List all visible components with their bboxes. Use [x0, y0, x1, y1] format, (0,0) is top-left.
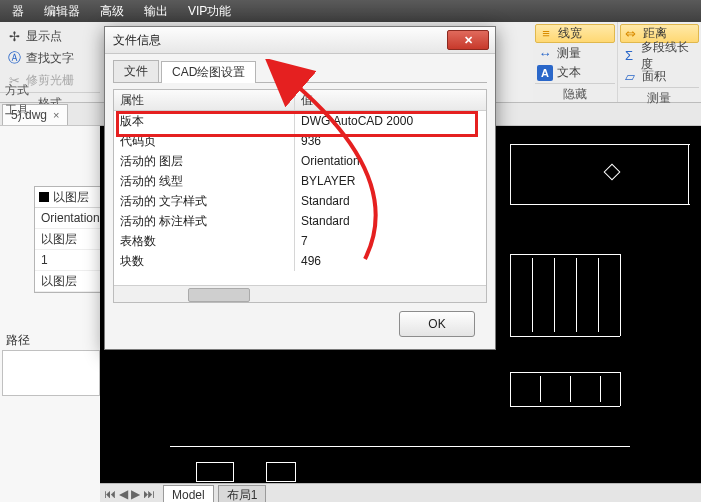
cell-val: 496: [295, 251, 486, 271]
path-label: 路径: [6, 332, 30, 349]
show-points-button[interactable]: ✢ 显示点: [2, 26, 98, 46]
scrollbar-thumb[interactable]: [188, 288, 250, 302]
label: 查找文字: [26, 50, 74, 67]
grid-header: 属性 值: [114, 90, 486, 111]
grid-row[interactable]: 块数496: [114, 251, 486, 271]
prev-icon[interactable]: ◀: [119, 487, 128, 501]
label: 面积: [642, 68, 666, 85]
menu-item[interactable]: 器: [2, 3, 34, 20]
horizontal-scrollbar[interactable]: [114, 285, 486, 302]
cell-val: BYLAYER: [295, 171, 486, 191]
cell-val: Orientation: [295, 151, 486, 171]
close-icon: ✕: [464, 34, 473, 47]
layer-dropdown[interactable]: 以图层 Orientation 以图层 1 以图层: [34, 186, 108, 293]
grid-row[interactable]: 活动的 标注样式Standard: [114, 211, 486, 231]
crosshair-icon: ✢: [6, 28, 22, 44]
color-swatch: [39, 192, 49, 202]
file-info-dialog: 文件信息 ✕ 文件 CAD绘图设置 属性 值 版本DWG AutoCAD 200…: [104, 26, 496, 350]
properties-grid: 属性 值 版本DWG AutoCAD 2000 代码页936 活动的 图层Ori…: [113, 89, 487, 303]
ruler-icon: ↔: [537, 46, 553, 62]
grid-row[interactable]: 活动的 图层Orientation: [114, 151, 486, 171]
cell-val: 7: [295, 231, 486, 251]
linewidth-icon: ≡: [538, 26, 554, 42]
layer-option[interactable]: Orientation: [35, 208, 107, 229]
cell-prop: 代码页: [114, 131, 295, 151]
measure-button[interactable]: ↔ 测量: [535, 45, 615, 62]
area-button[interactable]: ▱ 面积: [620, 68, 700, 85]
ribbon-group-caption: 测量: [620, 87, 700, 109]
col-value: 值: [295, 90, 486, 110]
menu-item[interactable]: VIP功能: [178, 3, 241, 20]
layer-option[interactable]: 以图层: [35, 271, 107, 292]
label: 文本: [557, 64, 581, 81]
distance-icon: ⇔: [623, 26, 639, 42]
menu-item[interactable]: 高级: [90, 3, 134, 20]
close-icon[interactable]: ×: [53, 109, 59, 121]
polyline-length-button[interactable]: Σ 多段线长度: [620, 45, 700, 66]
col-property: 属性: [114, 90, 295, 110]
cell-val: 936: [295, 131, 486, 151]
layer-option[interactable]: 1: [35, 250, 107, 271]
last-icon[interactable]: ⏭: [143, 487, 155, 501]
ribbon-group-hide: ≡ 线宽 ↔ 测量 A 文本 隐藏: [533, 22, 617, 102]
label: 以图层: [53, 189, 89, 206]
next-icon[interactable]: ▶: [131, 487, 140, 501]
tab-nav-arrows[interactable]: ⏮ ◀ ▶ ⏭: [100, 484, 159, 502]
cell-val: Standard: [295, 191, 486, 211]
path-box[interactable]: [2, 350, 100, 396]
ribbon-group-caption: 方式: [0, 82, 34, 102]
dialog-title: 文件信息: [113, 32, 161, 49]
tab-cad-settings[interactable]: CAD绘图设置: [161, 61, 256, 83]
ribbon-group-caption: 工具: [0, 102, 34, 122]
dialog-tabstrip: 文件 CAD绘图设置: [113, 60, 487, 83]
find-icon: Ⓐ: [6, 50, 22, 66]
label: 线宽: [558, 25, 582, 42]
grid-row[interactable]: 代码页936: [114, 131, 486, 151]
cell-prop: 活动的 图层: [114, 151, 295, 171]
cell-val: Standard: [295, 211, 486, 231]
menu-item[interactable]: 输出: [134, 3, 178, 20]
cell-prop: 活动的 线型: [114, 171, 295, 191]
label: 显示点: [26, 28, 62, 45]
side-panel: 以图层 Orientation 以图层 1 以图层 路径: [0, 126, 101, 502]
ribbon-group-measure: ⇔ 距离 Σ 多段线长度 ▱ 面积 测量: [617, 22, 702, 102]
dialog-close-button[interactable]: ✕: [447, 30, 489, 50]
ribbon-group-caption: 隐藏: [535, 83, 615, 105]
grid-row[interactable]: 活动的 文字样式Standard: [114, 191, 486, 211]
find-text-button[interactable]: Ⓐ 查找文字: [2, 48, 98, 68]
tab-model[interactable]: Model: [163, 485, 214, 502]
cell-prop: 活动的 标注样式: [114, 211, 295, 231]
line-width-button[interactable]: ≡ 线宽: [535, 24, 615, 43]
grid-row[interactable]: 表格数7: [114, 231, 486, 251]
label: 测量: [557, 45, 581, 62]
cell-prop: 活动的 文字样式: [114, 191, 295, 211]
dialog-titlebar[interactable]: 文件信息 ✕: [105, 27, 495, 54]
grid-row[interactable]: 活动的 线型BYLAYER: [114, 171, 486, 191]
grid-row[interactable]: 版本DWG AutoCAD 2000: [114, 111, 486, 131]
tab-file[interactable]: 文件: [113, 60, 159, 82]
text-icon: A: [537, 65, 553, 81]
menu-bar: 器 编辑器 高级 输出 VIP功能: [0, 0, 701, 22]
text-button[interactable]: A 文本: [535, 64, 615, 81]
area-icon: ▱: [622, 69, 638, 85]
menu-item[interactable]: 编辑器: [34, 3, 90, 20]
cell-val: DWG AutoCAD 2000: [295, 111, 486, 131]
layer-dropdown-header[interactable]: 以图层: [35, 187, 107, 208]
ok-button[interactable]: OK: [399, 311, 475, 337]
cell-prop: 块数: [114, 251, 295, 271]
layout-tabstrip: ⏮ ◀ ▶ ⏭ Model 布局1: [100, 483, 701, 502]
polyline-icon: Σ: [622, 48, 637, 64]
first-icon[interactable]: ⏮: [104, 487, 116, 501]
grid-body: 版本DWG AutoCAD 2000 代码页936 活动的 图层Orientat…: [114, 111, 486, 285]
cell-prop: 表格数: [114, 231, 295, 251]
tab-layout1[interactable]: 布局1: [218, 485, 267, 502]
cell-prop: 版本: [114, 111, 295, 131]
layer-option[interactable]: 以图层: [35, 229, 107, 250]
